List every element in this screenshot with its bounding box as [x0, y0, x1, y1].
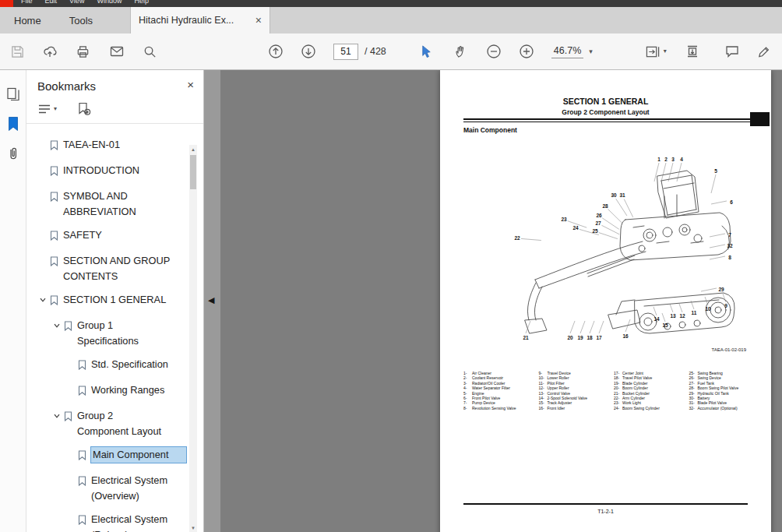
bookmark-icon — [78, 359, 91, 375]
page-number-label: T1-2-1 — [440, 509, 771, 514]
callout-number: 28 — [602, 203, 608, 209]
bookmark-icon — [50, 255, 63, 271]
page-display-icon[interactable] — [685, 44, 700, 59]
print-icon[interactable] — [75, 44, 90, 59]
callout-number: 20 — [567, 335, 573, 340]
panel-scrollbar[interactable]: ▲ ▼ — [189, 145, 197, 532]
chevron-down-icon: ▾ — [664, 48, 667, 55]
scroll-up-icon[interactable]: ▲ — [189, 145, 197, 153]
email-icon[interactable] — [109, 44, 125, 59]
bookmark-icon — [78, 385, 91, 400]
menu-edit[interactable]: Edit — [45, 0, 58, 7]
bookmark-item[interactable]: Working Ranges — [26, 379, 186, 404]
chevron-down-icon[interactable] — [50, 412, 64, 420]
zoom-level-dropdown[interactable]: 46.7% ▾ — [551, 44, 593, 58]
toolbar: / 428 46.7% ▾ ▾ — [0, 33, 782, 70]
tab-tools[interactable]: Tools — [55, 7, 107, 33]
menu-view[interactable]: View — [69, 0, 84, 7]
bookmark-item[interactable]: Main Component — [26, 443, 186, 469]
scrollbar-thumb[interactable] — [190, 155, 196, 189]
page-total-label: / 428 — [365, 46, 386, 57]
zoom-in-icon[interactable] — [519, 44, 534, 59]
select-tool-icon[interactable] — [419, 44, 435, 59]
attachments-paperclip-icon[interactable] — [5, 145, 22, 162]
tab-document[interactable]: Hitachi Hydraulic Ex... × — [130, 7, 270, 33]
zoom-out-icon[interactable] — [486, 44, 502, 59]
save-icon[interactable] — [9, 44, 25, 59]
bookmark-icon — [64, 410, 77, 426]
draw-pencil-icon[interactable] — [756, 44, 771, 59]
menu-window[interactable]: Window — [97, 0, 122, 7]
callout-number: 17 — [596, 335, 602, 340]
bookmark-options-icon[interactable]: ▾ — [37, 103, 57, 115]
bookmark-item[interactable]: INTRODUCTION — [26, 159, 186, 185]
collapse-panel-icon[interactable]: ◀ — [208, 296, 214, 305]
bookmark-item[interactable]: SYMBOL AND ABBREVIATION — [26, 185, 186, 224]
callout-number: 2 — [664, 157, 668, 162]
hand-tool-icon[interactable] — [453, 44, 469, 59]
close-icon[interactable]: × — [187, 79, 194, 90]
bookmark-item[interactable]: SAFETY — [26, 224, 186, 249]
bookmarks-panel-icon[interactable] — [5, 115, 22, 132]
callout-number: 8 — [728, 255, 731, 260]
chevron-down-icon[interactable] — [50, 322, 64, 329]
page-fit-icon[interactable]: ▾ — [644, 44, 668, 59]
callout-number: 19 — [577, 335, 583, 340]
menu-help[interactable]: Help — [134, 0, 149, 7]
comment-icon[interactable] — [724, 44, 740, 59]
bookmark-item[interactable]: Electrical System (Relays) — [26, 508, 186, 532]
scroll-down-icon[interactable]: ▼ — [189, 523, 197, 532]
bookmarks-panel: Bookmarks × ▾ TAEA-EN-01INTRODUCTIONSYMB… — [26, 70, 204, 532]
callout-number: 5 — [714, 168, 717, 174]
bookmark-item[interactable]: Electrical System (Overview) — [26, 469, 186, 508]
close-icon[interactable]: × — [255, 15, 262, 26]
bookmark-item[interactable]: Group 2 Component Layout — [26, 404, 186, 443]
next-page-icon[interactable] — [301, 44, 316, 59]
bookmark-item[interactable]: Std. Specification — [26, 353, 186, 379]
menu-file[interactable]: File — [21, 0, 33, 7]
parts-list: 1-Air Cleaner2-Coolant Reservoir3-Radiat… — [463, 371, 759, 410]
callout-number: 9 — [724, 303, 727, 308]
callout-number: 1 — [657, 157, 660, 162]
bookmark-item[interactable]: Group 1 Specifications — [26, 314, 186, 353]
document-viewer[interactable]: ◀ SECTION 1 GENERAL Group 2 Component La… — [204, 70, 782, 532]
part-entry: 16-Front Idler — [539, 406, 609, 410]
expand-current-bookmark-icon[interactable] — [77, 102, 91, 116]
bookmark-icon — [78, 475, 91, 491]
previous-page-icon[interactable] — [268, 44, 284, 59]
tab-document-label: Hitachi Hydraulic Ex... — [139, 15, 234, 26]
tab-home-label: Home — [14, 15, 41, 26]
cloud-upload-icon[interactable] — [42, 44, 58, 59]
chevron-down-icon: ▾ — [54, 106, 57, 112]
bookmark-item[interactable]: SECTION 1 GENERAL — [26, 288, 186, 314]
callout-number: 29 — [718, 287, 724, 292]
callout-number: 7 — [728, 232, 731, 238]
bookmark-label: Group 2 Component Layout — [77, 408, 164, 439]
callout-number: 24 — [572, 225, 579, 231]
callout-number: 3 — [671, 157, 675, 162]
chevron-down-icon[interactable] — [36, 296, 50, 304]
bookmark-label: TAEA-EN-01 — [63, 137, 120, 153]
section-title: SECTION 1 GENERAL — [440, 97, 771, 106]
page-thumbnails-icon[interactable] — [5, 86, 22, 103]
panel-splitter[interactable]: ◀ — [204, 70, 220, 532]
callout-number: 23 — [561, 217, 567, 222]
bookmark-label: Electrical System (Relays) — [91, 512, 186, 532]
bookmark-label: Working Ranges — [91, 382, 164, 398]
bookmark-label: SECTION AND GROUP CONTENTS — [63, 253, 180, 284]
tab-home[interactable]: Home — [0, 7, 55, 33]
acrobat-window: FileEditViewWindowHelp Home Tools Hitach… — [0, 0, 782, 532]
search-icon[interactable] — [142, 44, 157, 59]
bookmark-label: Electrical System (Overview) — [91, 473, 186, 504]
section-subtitle: Group 2 Component Layout — [440, 108, 771, 116]
bookmark-item[interactable]: TAEA-EN-01 — [26, 133, 186, 159]
bookmark-icon — [50, 230, 63, 245]
bookmark-icon — [50, 139, 63, 155]
bookmark-tree: TAEA-EN-01INTRODUCTIONSYMBOL AND ABBREVI… — [26, 124, 203, 532]
excavator-diagram: 1234563031282627252324227328299101112131… — [460, 150, 744, 346]
bookmark-item[interactable]: SECTION AND GROUP CONTENTS — [26, 249, 186, 288]
page-number-input[interactable] — [333, 44, 358, 60]
bookmark-icon — [78, 449, 91, 465]
footer-rule — [463, 503, 748, 505]
part-entry: 32-Accumulator (Optional) — [689, 406, 759, 410]
